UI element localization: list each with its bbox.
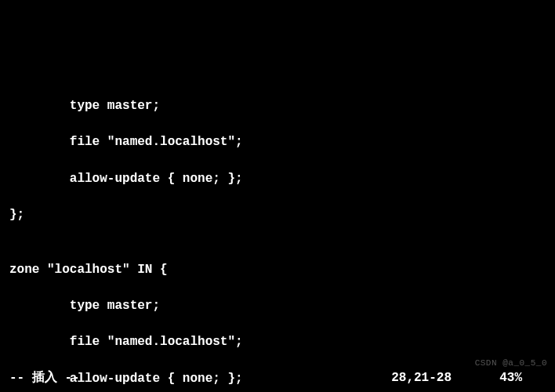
vim-mode-indicator: -- 插入 -- — [9, 369, 80, 387]
vim-status-bar: -- 插入 -- 28,21-28 43% — [9, 369, 546, 387]
watermark: CSDN @a_0_5_0 — [475, 358, 547, 370]
code-line: type master; — [9, 297, 546, 315]
code-line: allow-update { none; }; — [9, 170, 546, 188]
code-line: type master; — [9, 97, 546, 115]
code-line: }; — [9, 206, 546, 224]
code-line: zone "localhost" IN { — [9, 261, 546, 279]
code-line: file "named.localhost"; — [9, 333, 546, 351]
code-line: file "named.localhost"; — [9, 133, 546, 151]
vim-cursor-position: 28,21-28 — [391, 369, 452, 387]
editor-content[interactable]: type master; file "named.localhost"; all… — [9, 79, 546, 392]
vim-scroll-percent: 43% — [499, 369, 522, 387]
